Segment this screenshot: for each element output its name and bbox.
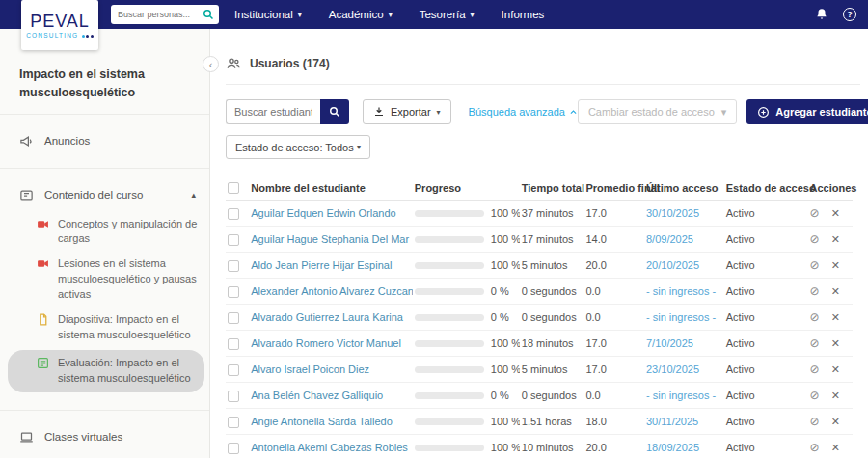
content-item-video[interactable]: Conceptos y manipulación de cargas bbox=[0, 212, 209, 253]
slide-file-icon bbox=[37, 313, 49, 326]
block-access-icon[interactable]: ⊘ bbox=[810, 232, 820, 246]
remove-student-icon[interactable]: ✕ bbox=[831, 416, 840, 427]
column-header-name: Nombre del estudiante bbox=[249, 175, 413, 201]
block-access-icon[interactable]: ⊘ bbox=[810, 310, 820, 324]
row-checkbox[interactable] bbox=[228, 312, 239, 324]
notification-bell-icon[interactable] bbox=[815, 8, 828, 21]
logo-text-main: PEVAL bbox=[30, 13, 90, 30]
block-access-icon[interactable]: ⊘ bbox=[810, 389, 820, 402]
row-checkbox[interactable] bbox=[228, 260, 239, 272]
student-name-link[interactable]: Alvarado Romero Victor Manuel bbox=[251, 337, 401, 349]
block-access-icon[interactable]: ⊘ bbox=[810, 258, 820, 272]
block-access-icon[interactable]: ⊘ bbox=[810, 441, 820, 454]
remove-student-icon[interactable]: ✕ bbox=[831, 442, 840, 453]
row-checkbox[interactable] bbox=[228, 443, 239, 454]
student-name-link[interactable]: Aguilar Edquen Edwin Orlando bbox=[251, 207, 395, 219]
select-all-checkbox[interactable] bbox=[228, 182, 239, 194]
access-status-filter-select[interactable]: Estado de acceso: Todos ▾ bbox=[226, 135, 370, 159]
progress-bar-track bbox=[415, 392, 484, 399]
access-status-value: Activo bbox=[724, 227, 808, 253]
remove-student-icon[interactable]: ✕ bbox=[831, 364, 840, 375]
remove-student-icon[interactable]: ✕ bbox=[831, 207, 840, 219]
sidebar-collapse-button[interactable]: ‹ bbox=[203, 56, 219, 72]
student-name-link[interactable]: Alvaro Israel Poicon Diez bbox=[251, 364, 369, 375]
student-name-link[interactable]: Angie Antonella Sarda Talledo bbox=[251, 416, 393, 427]
content-item-evaluation-selected[interactable]: Evaluación: Impacto en el sistema muscul… bbox=[8, 350, 204, 392]
main-menu: Institucional▾ Académico▾ Tesorería▾ Inf… bbox=[234, 0, 544, 29]
last-access-link[interactable]: 8/09/2025 bbox=[646, 233, 693, 245]
row-checkbox[interactable] bbox=[228, 364, 239, 376]
student-name-link[interactable]: Alvarado Gutierrez Laura Karina bbox=[251, 311, 403, 323]
progress-cell: 100 % bbox=[415, 364, 518, 375]
student-name-link[interactable]: Antonella Akemi Cabezas Robles bbox=[251, 442, 408, 453]
sidebar-item-clases-virtuales[interactable]: Clases virtuales bbox=[0, 422, 209, 452]
people-search-input[interactable] bbox=[116, 9, 203, 20]
evaluation-checklist-icon bbox=[37, 357, 49, 369]
block-access-icon[interactable]: ⊘ bbox=[810, 284, 820, 298]
last-access-link[interactable]: 30/10/2025 bbox=[646, 207, 699, 219]
student-search-input[interactable] bbox=[226, 99, 320, 124]
nav-item-academico[interactable]: Académico▾ bbox=[329, 9, 393, 20]
last-access-link[interactable]: 7/10/2025 bbox=[646, 337, 693, 349]
row-checkbox[interactable] bbox=[228, 417, 239, 428]
change-access-status-button[interactable]: Cambiar estado de acceso ▾ bbox=[578, 99, 737, 124]
search-icon[interactable] bbox=[203, 9, 214, 20]
time-total-value: 10 minutos bbox=[520, 435, 584, 458]
progress-cell: 100 % bbox=[415, 259, 518, 271]
row-checkbox[interactable] bbox=[228, 338, 239, 350]
block-access-icon[interactable]: ⊘ bbox=[810, 363, 820, 376]
remove-student-icon[interactable]: ✕ bbox=[831, 390, 840, 401]
final-average-value: 20.0 bbox=[583, 435, 644, 458]
last-access-link[interactable]: - sin ingresos - bbox=[646, 285, 716, 297]
add-students-button[interactable]: Agregar estudiantes bbox=[746, 99, 868, 124]
sidebar-item-usuarios[interactable]: Usuarios (174) bbox=[0, 452, 209, 458]
row-checkbox[interactable] bbox=[228, 234, 239, 246]
student-name-link[interactable]: Aguilar Hague Stephania Del Mar bbox=[251, 233, 409, 245]
export-button[interactable]: Exportar ▾ bbox=[363, 99, 451, 124]
video-icon bbox=[37, 257, 49, 270]
progress-bar-track bbox=[415, 445, 484, 451]
row-checkbox[interactable] bbox=[228, 208, 239, 220]
block-access-icon[interactable]: ⊘ bbox=[810, 415, 820, 428]
logo[interactable]: PEVAL CONSULTING bbox=[21, 0, 98, 50]
last-access-link[interactable]: 30/11/2025 bbox=[646, 416, 698, 427]
remove-student-icon[interactable]: ✕ bbox=[831, 285, 840, 297]
search-icon bbox=[329, 106, 340, 118]
chevron-up-icon[interactable]: ▴ bbox=[191, 190, 196, 200]
nav-item-institucional[interactable]: Institucional▾ bbox=[234, 9, 302, 20]
last-access-link[interactable]: - sin ingresos - bbox=[646, 311, 716, 323]
nav-item-tesoreria[interactable]: Tesorería▾ bbox=[420, 9, 475, 20]
remove-student-icon[interactable]: ✕ bbox=[831, 337, 840, 349]
last-access-link[interactable]: 18/09/2025 bbox=[646, 442, 699, 453]
row-checkbox[interactable] bbox=[228, 391, 239, 402]
advanced-search-link[interactable]: Búsqueda avanzada bbox=[469, 106, 578, 118]
block-access-icon[interactable]: ⊘ bbox=[810, 337, 820, 350]
column-header-actions: Acciones bbox=[808, 175, 853, 201]
last-access-link[interactable]: 23/10/2025 bbox=[646, 364, 699, 375]
progress-cell: 0 % bbox=[415, 285, 518, 297]
last-access-link[interactable]: 20/10/2025 bbox=[646, 259, 699, 271]
last-access-link[interactable]: - sin ingresos - bbox=[646, 390, 716, 401]
block-access-icon[interactable]: ⊘ bbox=[810, 206, 820, 220]
content-item-video[interactable]: Lesiones en el sistema musculoesquelétic… bbox=[0, 252, 209, 308]
course-content-icon bbox=[19, 188, 34, 202]
help-icon[interactable]: ? bbox=[843, 8, 856, 21]
remove-student-icon[interactable]: ✕ bbox=[831, 259, 840, 271]
nav-item-informes[interactable]: Informes bbox=[502, 9, 545, 20]
remove-student-icon[interactable]: ✕ bbox=[831, 311, 840, 323]
final-average-value: 14.0 bbox=[583, 227, 644, 253]
student-search-button[interactable] bbox=[320, 99, 349, 124]
student-name-link[interactable]: Aldo Jean Pierre Hijar Espinal bbox=[251, 259, 392, 271]
sidebar-item-contenido[interactable]: Contenido del curso ▴ bbox=[0, 180, 209, 210]
content-item-slide[interactable]: Diapositiva: Impacto en el sistema muscu… bbox=[0, 308, 209, 348]
laptop-icon bbox=[19, 430, 34, 445]
remove-student-icon[interactable]: ✕ bbox=[831, 233, 840, 245]
student-name-link[interactable]: Alexander Antonio Alvarez Cuzcano bbox=[251, 285, 413, 297]
progress-label: 0 % bbox=[491, 311, 509, 323]
divider bbox=[0, 114, 209, 115]
progress-cell: 100 % bbox=[415, 337, 518, 349]
row-checkbox[interactable] bbox=[228, 286, 239, 298]
time-total-value: 5 minutos bbox=[520, 357, 584, 383]
student-name-link[interactable]: Ana Belén Chavez Galliquio bbox=[251, 390, 383, 401]
sidebar-item-anuncios[interactable]: Anuncios bbox=[0, 126, 209, 156]
